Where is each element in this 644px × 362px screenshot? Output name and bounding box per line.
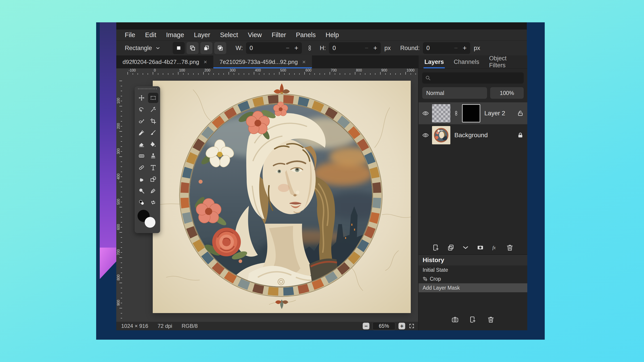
menu-panels[interactable]: Panels [296,31,316,39]
width-plus-button[interactable]: + [294,44,298,52]
document-tab-2[interactable]: 7e210259-733a-459d...92.png× [213,55,312,68]
height-minus-button[interactable]: − [365,44,368,52]
shape-fill-button[interactable] [173,42,185,54]
fill-icon [150,141,156,147]
gradient-tool[interactable] [136,151,147,161]
layer-mask-thumbnail[interactable] [462,104,480,122]
shape-type-dropdown[interactable]: Rectangle [125,45,160,52]
menu-view[interactable]: View [248,31,262,39]
tab-close-icon[interactable]: × [302,58,306,65]
mask-link-toggle[interactable] [454,111,459,116]
bool-subtract-button[interactable] [200,42,212,54]
lock-toggle-unlocked[interactable] [517,110,524,117]
menu-filter[interactable]: Filter [272,31,286,39]
shape-tool[interactable] [148,174,158,184]
palette-drag-handle[interactable] [138,88,157,91]
menu-file[interactable]: File [125,31,135,39]
layer-search-input[interactable] [422,72,524,84]
swap-colors-control[interactable] [148,197,158,208]
menu-edit[interactable]: Edit [145,31,156,39]
ruler-tick [244,73,244,75]
magic-wand-tool[interactable] [148,104,158,115]
delete-layer-button[interactable] [506,244,514,251]
height-plus-button[interactable]: + [374,44,378,52]
history-actions-bar [418,313,527,326]
lock-toggle-locked[interactable] [517,132,524,139]
window-titlebar[interactable] [116,22,527,29]
canvas-area[interactable]: -10001002003004005006007008009001000 100… [116,68,418,322]
zoom-in-button[interactable]: + [398,323,405,329]
fill-tool[interactable] [148,139,158,149]
healing-tool[interactable] [136,162,147,173]
canvas-image[interactable] [153,81,411,313]
lasso-tool[interactable] [136,104,147,115]
duplicate-layer-button[interactable] [447,244,454,251]
document-tab-1[interactable]: d92f0204-26ad-4b27...78.png× [116,55,213,68]
eyedropper-tool[interactable] [136,128,147,138]
width-input[interactable]: 0 − + [246,42,302,54]
history-delete-button[interactable] [487,316,494,323]
panel-tab-layers[interactable]: Layers [420,55,449,68]
round-minus-button[interactable]: − [454,44,458,52]
ruler-tick [416,73,416,75]
ruler-number: 300 [230,68,236,72]
move-tool[interactable] [136,93,147,103]
pen-tool[interactable] [148,186,158,196]
background-color-swatch[interactable] [145,217,156,228]
zoom-tool[interactable] [136,186,147,196]
link-dimensions-toggle[interactable] [307,45,312,51]
panel-tab-channels[interactable]: Channels [449,55,484,68]
crop-tool[interactable] [148,116,158,126]
fit-screen-button[interactable] [408,323,415,329]
ruler-tick [121,86,122,86]
zoom-icon [138,188,145,194]
smudge-tool[interactable] [136,174,147,184]
history-item-initial-state[interactable]: Initial State [418,266,527,274]
history-item-add-layer-mask[interactable]: Add Layer Mask [418,283,527,292]
height-input[interactable]: 0 − + [329,42,381,54]
bool-intersect-button[interactable] [214,42,226,54]
layer-thumbnail[interactable] [432,104,450,122]
blend-mode-dropdown[interactable]: Normal [422,87,487,99]
tab-close-icon[interactable]: × [204,58,207,65]
marquee-icon [150,95,156,101]
round-input[interactable]: 0 − + [423,42,470,54]
history-item-crop[interactable]: Crop [418,274,527,283]
selection-brush-tool[interactable] [136,116,147,126]
stamp-icon [150,153,156,159]
ruler-number: 700 [116,247,120,257]
visibility-toggle[interactable] [422,132,429,139]
ruler-tick [120,106,122,106]
text-tool[interactable] [148,162,158,173]
zoom-out-button[interactable]: − [363,323,370,329]
layer-row-background[interactable]: Background [418,124,527,146]
menu-layer[interactable]: Layer [194,31,210,39]
menu-select[interactable]: Select [220,31,238,39]
opacity-field[interactable]: 100% [490,87,524,99]
brush-tool[interactable] [148,128,158,138]
document-pane: d92f0204-26ad-4b27...78.png×7e210259-733… [116,55,418,330]
panel-tab-object-filters[interactable]: Object Filters [484,55,526,68]
marquee-tool[interactable] [148,93,158,103]
menu-image[interactable]: Image [166,31,184,39]
layer-menu-button[interactable] [462,244,469,251]
layer-effects-button[interactable] [492,244,499,251]
layer-thumbnail[interactable] [432,126,450,144]
zoom-level[interactable]: 65% [372,322,395,330]
bool-union-button[interactable] [186,42,198,54]
add-layer-button[interactable] [432,244,440,251]
tool-palette[interactable] [134,86,160,233]
width-minus-button[interactable]: − [286,44,289,52]
add-mask-button[interactable] [477,244,484,251]
eraser-tool[interactable] [136,139,147,149]
menu-help[interactable]: Help [326,31,339,39]
visibility-toggle[interactable] [422,110,429,117]
clone-stamp-tool[interactable] [148,151,158,161]
gradient-icon [138,153,145,159]
default-colors-control[interactable] [136,197,147,208]
layer-row-layer-2[interactable]: Layer 2 [418,102,527,124]
ruler-tick [370,73,370,75]
history-new-snapshot-button[interactable] [469,316,476,323]
history-snapshot-button[interactable] [452,316,459,323]
round-plus-button[interactable]: + [463,44,467,52]
